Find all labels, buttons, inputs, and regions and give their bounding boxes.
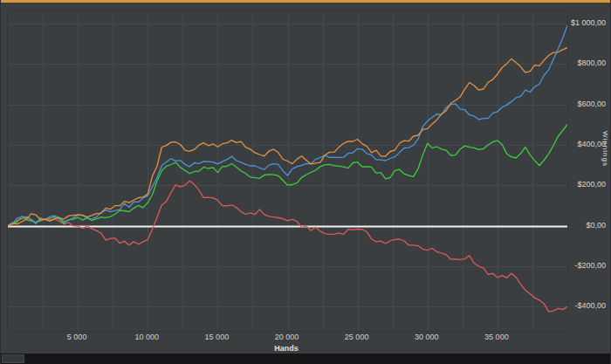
chart-plot[interactable] [7, 10, 568, 332]
chart-canvas [8, 11, 567, 331]
y-tick-label: $200,00 [569, 180, 606, 189]
x-tick-label: 5 000 [67, 333, 87, 341]
winnings-orange-line [8, 48, 567, 226]
top-accent-bar [1, 0, 610, 3]
graph-window: $1 000,00$800,00$600,00$400,00$200,00$0,… [0, 0, 611, 364]
horizontal-scrollbar[interactable] [1, 354, 610, 364]
x-tick-label: 10 000 [134, 333, 159, 341]
winnings-red-line [8, 181, 567, 312]
x-tick-label: 15 000 [205, 333, 230, 341]
y-tick-label: -$200,00 [569, 261, 606, 270]
y-tick-label: $1 000,00 [569, 18, 606, 27]
x-tick-label: 30 000 [415, 333, 439, 341]
y-tick-label: -$400,00 [569, 301, 606, 310]
y-tick-label: $0,00 [569, 221, 606, 230]
y-tick-label: $600,00 [569, 100, 606, 108]
y-tick-label: $400,00 [569, 140, 606, 148]
x-tick-label: 25 000 [345, 333, 369, 341]
winnings-blue-line [8, 25, 567, 225]
y-tick-label: $800,00 [569, 58, 606, 67]
x-tick-label: 35 000 [484, 333, 509, 341]
x-axis-title: Hands [274, 344, 299, 353]
scrollbar-thumb[interactable] [2, 354, 24, 363]
y-axis-title: Winnings [601, 131, 609, 167]
x-tick-label: 20 000 [275, 333, 299, 341]
